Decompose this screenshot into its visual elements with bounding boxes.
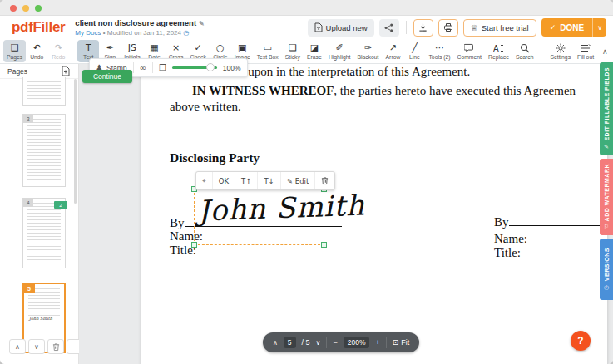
next-page-button[interactable]: ∨ [316,339,321,347]
search-icon [520,43,530,53]
doc-heading-disclosing-party: Disclosing Party [170,150,260,165]
signature-line-right[interactable] [509,214,602,226]
toolbar-item[interactable]: ❏ Sticky [282,40,304,62]
crown-icon: ♕ [471,23,478,32]
toolbar-item-icon: × [172,43,180,53]
help-button[interactable]: ? [571,331,591,351]
toolbar-item-label: Tools (2) [428,54,450,60]
pencil-icon: ✎ [287,177,293,185]
move-page-up-button[interactable]: ∧ [9,339,26,354]
history-clock-icon: ◷ [183,29,189,37]
toolbar-item-label: Sticky [285,54,300,60]
toolbar-item[interactable]: ✐ Highlight [325,40,353,62]
share-icon [384,23,393,32]
font-decrease-button[interactable]: T↓ [258,172,280,189]
page-thumbnail-2[interactable] [22,77,66,106]
edit-fillable-fields-tab[interactable]: EDIT FILLABLE FIELDS ✎ [600,62,613,155]
delete-page-button[interactable] [47,339,64,354]
versions-tab[interactable]: VERSIONS ◷ [600,239,613,300]
print-button[interactable] [438,19,458,37]
done-button[interactable]: ✓DONE [541,18,592,37]
comment-tool[interactable]: Comment [454,40,485,62]
close-window-button[interactable] [10,5,17,12]
copy-pages-icon[interactable]: ❐ [159,63,166,72]
toolbar-item[interactable]: ⋯ Tools (2) [425,40,453,62]
maximize-window-button[interactable] [35,5,42,12]
move-tool-button[interactable]: ⌖ [196,172,213,189]
download-button[interactable] [413,19,433,37]
doc-by-line-right: By [494,214,602,229]
toolbar-item-icon: ✒ [106,43,114,53]
zoom-level: 200% [344,337,370,348]
start-free-trial-button[interactable]: ♕ Start free trial [463,19,536,37]
toolbar-item[interactable]: ↶ Undo [26,40,47,62]
fill-out-tool[interactable]: Fill out [574,40,597,62]
list-icon [581,43,591,53]
sidebar-scrollbar[interactable] [74,79,77,204]
print-icon [443,22,453,32]
continue-button[interactable]: Continue [82,70,132,83]
share-button[interactable] [379,19,399,37]
toolbar-item-label: Highlight [329,54,350,60]
pages-sidebar: Pages 3 4 2 John Smith 5 ∧ ∨ ⋯ [0,64,79,364]
toolbar-item-icon: ▦ [150,43,158,53]
font-increase-button[interactable]: T↑ [235,172,258,189]
page-navigation-bar: ∧ 5 / 5 ∨ − 200% + ⊡Fit [263,332,419,352]
header-actions: Upload new ♕ Start free trial ✓DONE ∨ [308,18,606,37]
download-icon [418,22,428,32]
toolbar-item[interactable]: ╱ Line [403,40,425,62]
resize-handle[interactable] [321,242,327,248]
upload-new-button[interactable]: Upload new [308,19,374,37]
toolbar-item-icon: ↷ [55,43,62,53]
add-watermark-tab[interactable]: ADD WATERMARK ⚐ [600,159,613,235]
pdffiller-logo[interactable]: pdfFiller [12,19,65,36]
edit-title-icon[interactable]: ✎ [199,20,205,27]
toolbar-item-label: Text Box [257,54,279,60]
collapse-toolbar-button[interactable]: ∧ [597,47,613,56]
toolbar-item[interactable]: ↷ Redo [47,40,69,62]
check-icon: ✓ [550,23,556,32]
document-canvas: d upon in the interpretation of this Agr… [79,64,613,364]
zoom-out-button[interactable]: − [333,338,337,347]
toolbar-item[interactable]: ✑ Blackout [353,40,382,62]
loop-icon[interactable]: ∞ [140,63,146,72]
add-page-icon[interactable] [62,66,71,76]
edit-signature-button[interactable]: ✎Edit [281,172,316,189]
previous-page-button[interactable]: ∧ [273,339,278,347]
toolbar-item-icon: ○ [216,43,225,53]
replace-tool[interactable]: A Replace [485,40,512,62]
minimize-window-button[interactable] [22,5,29,12]
modified-date: Modified on Jan 11, 2024 [107,29,181,37]
window-titlebar [0,0,613,16]
signature-selection-box[interactable] [194,189,324,245]
toolbar-item[interactable]: ↗ Arrow [382,40,403,62]
zoom-slider[interactable] [172,66,217,69]
move-page-down-button[interactable]: ∨ [28,339,45,354]
sidebar-page-controls: ∧ ∨ ⋯ [9,339,83,354]
total-pages: / 5 [302,338,310,347]
toolbar-right-group: Comment A Replace Search Settings Fill o… [454,40,613,62]
delete-signature-button[interactable] [315,172,334,189]
resize-handle[interactable] [191,242,197,248]
zoom-in-button[interactable]: + [375,338,379,347]
toolbar-item-label: Blackout [357,54,378,60]
done-button-group: ✓DONE ∨ [541,18,606,37]
toolbar-item-icon: ↶ [33,43,41,53]
my-docs-link[interactable]: My Docs [75,29,101,37]
search-tool[interactable]: Search [512,40,537,62]
done-dropdown-button[interactable]: ∨ [592,18,606,37]
pdffiller-app: pdfFiller client non disclosure agreemen… [0,0,613,364]
toolbar-item[interactable]: ❑ Pages [3,40,26,62]
page-thumbnail-4[interactable]: 4 2 [22,198,66,268]
settings-tool[interactable]: Settings [546,40,574,62]
zoom-slider-handle[interactable] [206,63,215,71]
fillable-fields-count-tag: 2 [54,201,67,209]
ok-button[interactable]: OK [213,172,235,189]
toolbar-item[interactable]: ◪ Erase [304,40,325,62]
toolbar-item-icon: ✐ [336,43,344,53]
current-page-input[interactable]: 5 [284,337,296,348]
fit-button[interactable]: ⊡Fit [393,338,410,347]
page-thumbnail-3[interactable]: 3 [22,114,66,187]
comment-icon [464,43,474,53]
toolbar-item[interactable]: ▭ Text Box [254,40,282,62]
